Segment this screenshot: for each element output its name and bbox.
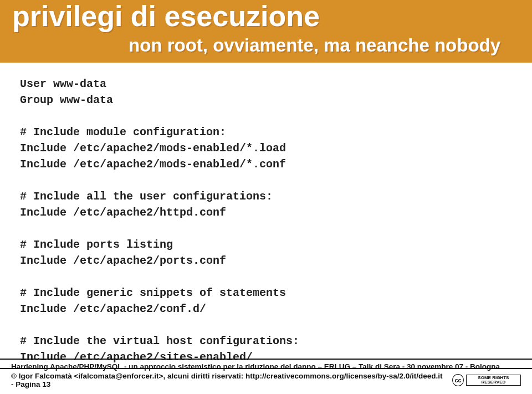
config-code-block: User www-data Group www-data # Include m… — [20, 76, 512, 365]
footer-copyright-text: © Igor Falcomatà <ifalcomata@enforcer.it… — [11, 372, 447, 388]
slide-header: privilegi di esecuzione non root, ovviam… — [0, 0, 532, 63]
slide-subtitle: non root, ovviamente, ma neanche nobody — [129, 35, 520, 56]
cc-icon: cc — [452, 374, 463, 386]
slide-body: User www-data Group www-data # Include m… — [0, 63, 532, 365]
cc-caption: SOME RIGHTS RESERVED — [466, 375, 521, 386]
slide: privilegi di esecuzione non root, ovviam… — [0, 0, 532, 394]
cc-badge: cc SOME RIGHTS RESERVED — [452, 374, 521, 386]
footer-line-2: © Igor Falcomatà <ifalcomata@enforcer.it… — [0, 368, 532, 388]
slide-title: privilegi di esecuzione — [12, 1, 520, 32]
